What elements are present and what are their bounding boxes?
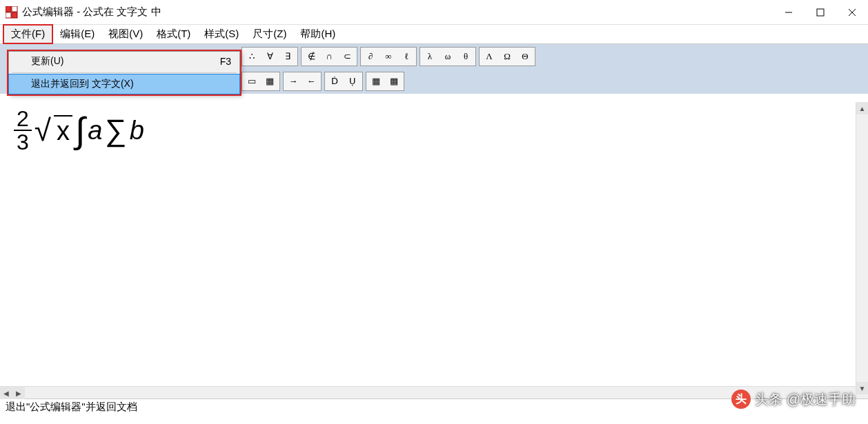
- tool-group-calc: ∂ ∞ ℓ: [360, 47, 417, 66]
- svg-rect-1: [12, 6, 17, 12]
- formula-display: 2 3 √x ∫ a ∑ b: [14, 108, 144, 153]
- tool-group-matrix: ▦ ▩: [366, 72, 404, 91]
- dropdown-exit-label: 退出并返回到 文字文(X): [31, 78, 134, 90]
- minimize-button[interactable]: [773, 0, 805, 25]
- intersect-icon[interactable]: ∩: [322, 50, 336, 63]
- scroll-left-icon[interactable]: ◀: [0, 387, 12, 399]
- menu-style[interactable]: 样式(S): [197, 26, 246, 43]
- box-icon[interactable]: ▭: [245, 74, 259, 88]
- vertical-scrollbar[interactable]: ▲ ▼: [856, 102, 868, 394]
- formula-canvas[interactable]: 2 3 √x ∫ a ∑ b: [0, 94, 868, 386]
- Theta-icon[interactable]: Θ: [518, 50, 532, 63]
- file-dropdown: 更新(U) F3 退出并返回到 文字文(X): [8, 51, 240, 94]
- menu-format[interactable]: 格式(T): [150, 26, 197, 43]
- lambda-icon[interactable]: λ: [423, 50, 437, 63]
- sum-body: b: [130, 116, 144, 145]
- subset-icon[interactable]: ⊂: [340, 50, 354, 63]
- window-controls: [773, 0, 868, 25]
- close-button[interactable]: [836, 0, 868, 25]
- app-icon: [6, 6, 18, 19]
- svg-rect-0: [6, 6, 11, 12]
- dropdown-update[interactable]: 更新(U) F3: [9, 52, 239, 71]
- svg-rect-5: [817, 9, 824, 16]
- fraction-numerator: 2: [14, 108, 32, 131]
- fraction: 2 3: [14, 108, 32, 153]
- menu-file[interactable]: 文件(F): [3, 24, 53, 44]
- svg-rect-2: [6, 12, 11, 18]
- scroll-down-icon[interactable]: ▼: [856, 382, 868, 394]
- scroll-right-icon[interactable]: ▶: [12, 387, 25, 399]
- dropdown-separator: [12, 72, 237, 73]
- watermark-text: 头条 @极速手助: [755, 390, 856, 409]
- underdot-icon[interactable]: Ụ: [346, 74, 359, 88]
- tool-group-arrows: → ←: [283, 72, 322, 91]
- omega-icon[interactable]: ω: [441, 50, 455, 63]
- Omega-icon[interactable]: Ω: [500, 50, 514, 63]
- title-bar: 公式编辑器 - 公式在 文字文 中: [0, 0, 868, 25]
- watermark-badge: 头: [731, 390, 751, 409]
- tool-group-accents: Ḋ Ụ: [324, 72, 363, 91]
- integral-symbol: ∫: [75, 110, 85, 151]
- tool-group-template1: ▭ ▦: [241, 72, 280, 91]
- arrow-right-icon[interactable]: →: [286, 74, 300, 88]
- dropdown-update-label: 更新(U): [31, 55, 63, 68]
- menu-help[interactable]: 帮助(H): [293, 26, 342, 43]
- theta-icon[interactable]: θ: [459, 50, 473, 63]
- partial-icon[interactable]: ∂: [364, 50, 377, 63]
- fraction-denominator: 3: [14, 131, 32, 153]
- grid-icon[interactable]: ▦: [263, 74, 277, 88]
- menu-bar: 文件(F) 编辑(E) 视图(V) 格式(T) 样式(S) 尺寸(Z) 帮助(H…: [0, 25, 868, 44]
- window-title: 公式编辑器 - 公式在 文字文 中: [22, 6, 161, 19]
- forall-icon[interactable]: ∀: [263, 50, 277, 63]
- tool-group-set: ∉ ∩ ⊂: [301, 47, 357, 66]
- menu-view[interactable]: 视图(V): [101, 26, 150, 43]
- sum-symbol: ∑: [105, 113, 126, 148]
- exists-icon[interactable]: ∃: [281, 50, 295, 63]
- sqrt-symbol: √: [34, 113, 51, 148]
- dropdown-exit-return[interactable]: 退出并返回到 文字文(X): [9, 74, 239, 94]
- dropdown-update-shortcut: F3: [220, 56, 231, 67]
- infinity-icon[interactable]: ∞: [382, 50, 395, 63]
- therefore-icon[interactable]: ∴: [245, 50, 259, 63]
- arrow-left-icon[interactable]: ←: [304, 74, 318, 88]
- script-l-icon[interactable]: ℓ: [400, 50, 413, 63]
- overdot-icon[interactable]: Ḋ: [328, 74, 342, 88]
- matrix-small-icon[interactable]: ▦: [369, 74, 383, 88]
- notin-icon[interactable]: ∉: [304, 50, 318, 63]
- scroll-up-icon[interactable]: ▲: [856, 102, 868, 114]
- tool-group-greek-lower: λ ω θ: [420, 47, 476, 66]
- integral-body: a: [88, 116, 102, 145]
- Lambda-icon[interactable]: Λ: [482, 50, 496, 63]
- matrix-large-icon[interactable]: ▩: [387, 74, 401, 88]
- watermark: 头 头条 @极速手助: [731, 390, 856, 409]
- maximize-button[interactable]: [805, 0, 836, 25]
- menu-edit[interactable]: 编辑(E): [53, 26, 101, 43]
- svg-rect-3: [12, 12, 17, 18]
- status-text: 退出"公式编辑器"并返回文档: [6, 401, 137, 414]
- tool-group-greek-upper: Λ Ω Θ: [479, 47, 535, 66]
- sqrt-body: x: [54, 115, 72, 146]
- tool-group-logic: ∴ ∀ ∃: [241, 47, 298, 66]
- menu-size[interactable]: 尺寸(Z): [246, 26, 293, 43]
